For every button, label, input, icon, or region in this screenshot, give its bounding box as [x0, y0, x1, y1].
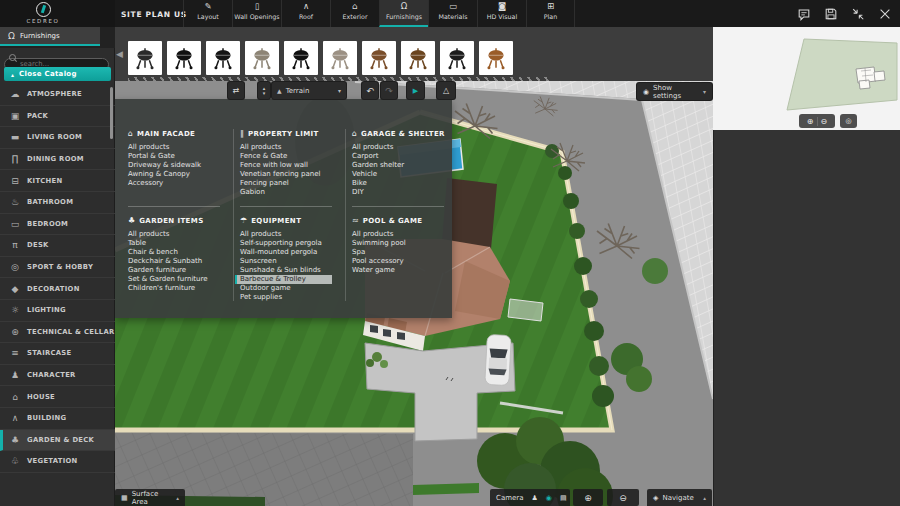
menu-item[interactable]: All products — [128, 230, 230, 239]
product-thumbnail[interactable] — [401, 41, 435, 75]
zoom-in-icon[interactable]: ⊕ — [807, 117, 814, 126]
eye-icon[interactable]: ◉ — [546, 494, 552, 502]
category-item[interactable]: ▣ PACK — [0, 106, 115, 128]
menu-item[interactable]: Outdoor game — [240, 284, 342, 293]
show-settings-dropdown[interactable]: ◉ Show settings ▾ — [637, 83, 712, 100]
menu-item[interactable]: All products — [352, 230, 454, 239]
category-item[interactable]: ⊛ TECHNICAL & CELLAR — [0, 322, 115, 344]
walk-person-icon[interactable]: ♟ — [531, 494, 537, 502]
product-thumbnail[interactable] — [206, 41, 240, 75]
undo-button[interactable]: ↶ — [362, 82, 378, 99]
category-item[interactable]: ▭ BEDROOM — [0, 214, 115, 236]
zoom-in-button[interactable]: ⊕ — [573, 489, 603, 506]
menu-item[interactable]: Awning & Canopy — [128, 170, 230, 179]
menu-section-header[interactable]: ⌂ MAIN FACADE — [128, 129, 230, 138]
close-button[interactable] — [878, 6, 892, 20]
menu-item[interactable]: All products — [240, 230, 342, 239]
main-tab[interactable]: ⊞ Plan — [526, 0, 575, 27]
category-item[interactable]: ⌂ HOUSE — [0, 386, 115, 408]
menu-item[interactable]: Portal & Gate — [128, 152, 230, 161]
category-item[interactable]: ∧ BUILDING — [0, 408, 115, 430]
menu-item[interactable]: Set & Garden furniture — [128, 275, 230, 284]
reset-view-button[interactable]: ◎ — [840, 114, 857, 128]
product-thumbnail[interactable] — [284, 41, 318, 75]
main-tab[interactable]: ▯ Wall Openings — [232, 0, 281, 27]
menu-item[interactable]: Water game — [352, 266, 454, 275]
feedback-button[interactable] — [797, 6, 811, 20]
menu-item[interactable]: Sunshade & Sun blinds — [240, 266, 342, 275]
main-tab[interactable]: ✎ Layout — [183, 0, 232, 27]
strip-scrollbar[interactable] — [128, 77, 552, 81]
menu-item[interactable]: Barbecue & Trolley — [235, 275, 332, 284]
chevron-left-icon[interactable]: ◀ — [116, 49, 123, 59]
save-button[interactable] — [824, 6, 838, 20]
menu-item[interactable]: All products — [352, 143, 454, 152]
product-thumbnail[interactable] — [362, 41, 396, 75]
category-item[interactable]: ⊟ KITCHEN — [0, 170, 115, 192]
collapse-button[interactable] — [851, 6, 865, 20]
menu-item[interactable]: Deckchair & Sunbath — [128, 257, 230, 266]
menu-item[interactable]: Fence with low wall — [240, 161, 342, 170]
menu-item[interactable]: Driveway & sidewalk — [128, 161, 230, 170]
menu-item[interactable]: Garden furniture — [128, 266, 230, 275]
product-thumbnail[interactable] — [167, 41, 201, 75]
menu-item[interactable]: All products — [128, 143, 230, 152]
menu-item[interactable]: Bike — [352, 179, 454, 188]
category-item[interactable]: ◆ DECORATION — [0, 278, 115, 300]
menu-item[interactable]: Sunscreen — [240, 257, 342, 266]
app-logo[interactable]: CEDREO — [0, 0, 115, 27]
category-item[interactable]: ≡ STAIRCASE — [0, 343, 115, 365]
main-tab[interactable]: ◙ HD Visual — [477, 0, 526, 27]
menu-item[interactable]: DIY — [352, 188, 454, 197]
menu-item[interactable]: Gabion — [240, 188, 342, 197]
menu-section-header[interactable]: ☂ EQUIPMENT — [240, 216, 342, 225]
menu-item[interactable]: Wall-mounted pergola — [240, 248, 342, 257]
zoom-out-button[interactable]: ⊖ — [607, 489, 639, 506]
menu-item[interactable]: Children's furniture — [128, 284, 230, 293]
category-item[interactable]: ☼ LIGHTING — [0, 300, 115, 322]
menu-item[interactable]: All products — [240, 143, 342, 152]
category-item[interactable]: ♣ GARDEN & DECK — [0, 430, 115, 452]
menu-section-header[interactable]: ≈ POOL & GAME — [352, 216, 454, 225]
menu-item[interactable]: Spa — [352, 248, 454, 257]
close-catalog-button[interactable]: ▴ Close Catalog — [4, 67, 111, 81]
menu-item[interactable]: Chair & bench — [128, 248, 230, 257]
pointer-tool-button[interactable]: ▶ — [407, 82, 424, 99]
sidebar-scrollbar[interactable] — [110, 87, 113, 139]
menu-item[interactable]: Carport — [352, 152, 454, 161]
category-item[interactable]: ☁ ATMOSPHERE — [0, 84, 115, 106]
menu-section-header[interactable]: ∥ PROPERTY LIMIT — [240, 129, 342, 138]
main-tab[interactable]: ▭ Materials — [428, 0, 477, 27]
category-item[interactable]: ▬ LIVING ROOM — [0, 127, 115, 149]
main-tab[interactable]: ∧ Roof — [281, 0, 330, 27]
menu-item[interactable]: Venetian fencing panel — [240, 170, 342, 179]
navigate-button[interactable]: ◈ Navigate ▴ — [647, 489, 712, 506]
zoom-out-icon[interactable]: ⊖ — [821, 117, 828, 126]
product-thumbnail[interactable] — [128, 41, 162, 75]
menu-item[interactable]: Table — [128, 239, 230, 248]
menu-item[interactable]: Fencing panel — [240, 179, 342, 188]
elevation-tool-button[interactable]: △ — [437, 82, 455, 99]
category-item[interactable]: ♧ VEGETATION — [0, 451, 115, 473]
menu-item[interactable]: Self-supporting pergola — [240, 239, 342, 248]
floors-icon[interactable]: ▤ — [560, 494, 567, 502]
main-tab[interactable]: ⌂ Exterior — [330, 0, 379, 27]
category-item[interactable]: ♟ CHARACTER — [0, 365, 115, 387]
tab-furnishings[interactable]: Ω Furnishings — [0, 27, 100, 46]
product-thumbnail[interactable] — [440, 41, 474, 75]
menu-item[interactable]: Fence & Gate — [240, 152, 342, 161]
menu-item[interactable]: Pool accessory — [352, 257, 454, 266]
level-stepper[interactable]: ▴ ▾ — [258, 82, 270, 99]
category-item[interactable]: ♨ BATHROOM — [0, 192, 115, 214]
menu-item[interactable]: Swimming pool — [352, 239, 454, 248]
product-thumbnail[interactable] — [245, 41, 279, 75]
product-thumbnail[interactable] — [479, 41, 513, 75]
swap-view-button[interactable]: ⇄ — [228, 82, 244, 99]
redo-button[interactable]: ↷ — [381, 82, 397, 99]
product-thumbnail[interactable] — [323, 41, 357, 75]
menu-item[interactable]: Garden shelter — [352, 161, 454, 170]
menu-section-header[interactable]: ♣ GARDEN ITEMS — [128, 216, 230, 225]
category-item[interactable]: ∏ DINING ROOM — [0, 149, 115, 171]
category-item[interactable]: ◎ SPORT & HOBBY — [0, 257, 115, 279]
menu-section-header[interactable]: ⌂ GARAGE & SHELTER — [352, 129, 454, 138]
